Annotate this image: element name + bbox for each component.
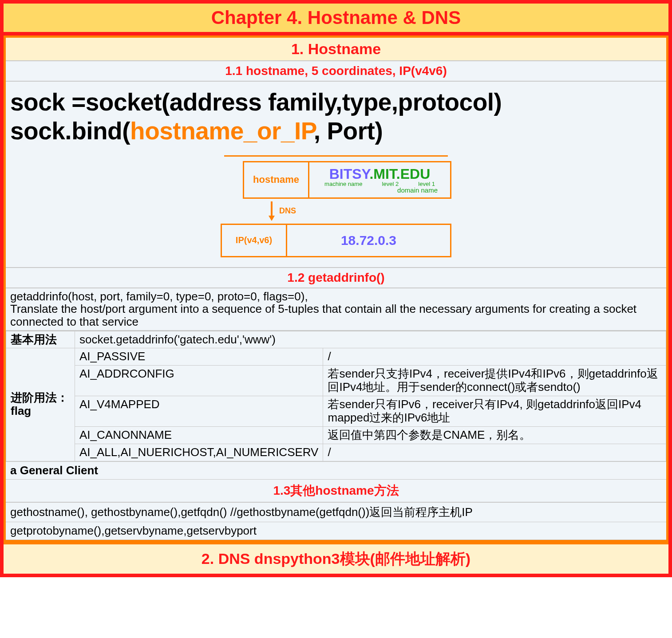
subsection-1-1-title: 1.1 hostname, 5 coordinates, IP(v4v6) [6,61,666,82]
section-1-title: 1. Hostname [6,38,666,61]
domain-name-label: domain name [315,186,445,194]
hostname-label: hostname [243,161,309,199]
getaddrinfo-description: getaddrinfo(host, port, family=0, type=0… [6,288,666,331]
svg-marker-1 [269,216,275,221]
dot: . [396,166,400,182]
code-highlight: hostname_or_IP [130,117,314,145]
hostname-dns-diagram: hostname BITSY.MIT.EDU machine name leve… [10,146,662,262]
document-frame: Chapter 4. Hostname & DNS 1. Hostname 1.… [0,0,672,577]
code-block: sock =socket(address family,type,protoco… [6,82,666,268]
flag-name: AI_ALL,AI_NUERICHOST,AI_NUMERICSERV [75,444,323,461]
subsection-1-3-title: 1.3其他hostname方法 [6,480,666,503]
code-text: sock.bind( [10,117,130,145]
level2-label: level 2 [382,181,399,187]
ip-label: IP(v4,v6) [221,224,287,257]
hostname-methods-row-1: gethostname(), gethostbyname(),getfqdn()… [6,503,666,522]
arrow-down-icon [267,201,277,221]
flag-desc: / [323,348,666,366]
machine-name-label: machine name [324,181,362,187]
chapter-title: Chapter 4. Hostname & DNS [4,4,668,35]
flag-name: AI_PASSIVE [75,348,323,366]
basic-usage-label: 基本用法 [6,331,75,348]
hostname-methods-row-2: getprotobyname(),getservbyname,getservby… [6,522,666,540]
code-text: , Port) [314,117,383,145]
flag-desc: 若sender只有IPv6，receiver只有IPv4, 则getaddrin… [323,396,666,427]
general-client-row: a General Client [6,461,666,480]
table-row: AI_ALL,AI_NUERICHOST,AI_NUMERICSERV / [6,444,666,461]
code-line-1: sock =socket(address family,type,protoco… [10,88,662,117]
flag-desc: / [323,444,666,461]
table-row: AI_CANONNAME 返回值中第四个参数是CNAME，别名。 [6,426,666,444]
flag-name: AI_V4MAPPED [75,396,323,427]
dns-label: DNS [279,206,296,216]
section-2-title: 2. DNS dnspython3模块(邮件地址解析) [4,542,668,574]
flag-name: AI_ADDRCONFIG [75,366,323,396]
flag-desc: 若sender只支持IPv4，receiver提供IPv4和IPv6，则geta… [323,366,666,396]
table-row: 进阶用法：flag AI_PASSIVE / [6,348,666,366]
hostname-row: hostname BITSY.MIT.EDU machine name leve… [243,161,451,199]
table-row: AI_ADDRCONFIG 若sender只支持IPv4，receiver提供I… [6,366,666,396]
table-row: AI_V4MAPPED 若sender只有IPv6，receiver只有IPv4… [6,396,666,427]
ip-row: IP(v4,v6) 18.72.0.3 [221,224,451,257]
machine-name-part: BITSY [329,166,370,182]
code-line-2: sock.bind(hostname_or_IP, Port) [10,117,662,146]
domain-level2: MIT [373,166,396,182]
subsection-1-2-title: 1.2 getaddrinfo() [6,268,666,288]
flag-desc: 返回值中第四个参数是CNAME，别名。 [323,426,666,444]
table-row: 基本用法 socket.getaddrinfo('gatech.edu','ww… [6,331,666,348]
dot: . [369,166,373,182]
section-1: 1. Hostname 1.1 hostname, 5 coordinates,… [4,35,668,542]
getaddrinfo-table: 基本用法 socket.getaddrinfo('gatech.edu','ww… [6,331,666,461]
ip-value: 18.72.0.3 [293,228,445,252]
flag-name: AI_CANONNAME [75,426,323,444]
basic-usage-value: socket.getaddrinfo('gatech.edu','www') [75,331,666,348]
ip-value-cell: 18.72.0.3 [287,224,451,257]
advanced-usage-label: 进阶用法：flag [6,348,75,461]
dns-arrow: DNS [267,199,451,224]
hostname-value: BITSY.MIT.EDU machine name level 2 level… [309,161,451,199]
domain-level1: EDU [400,166,431,182]
